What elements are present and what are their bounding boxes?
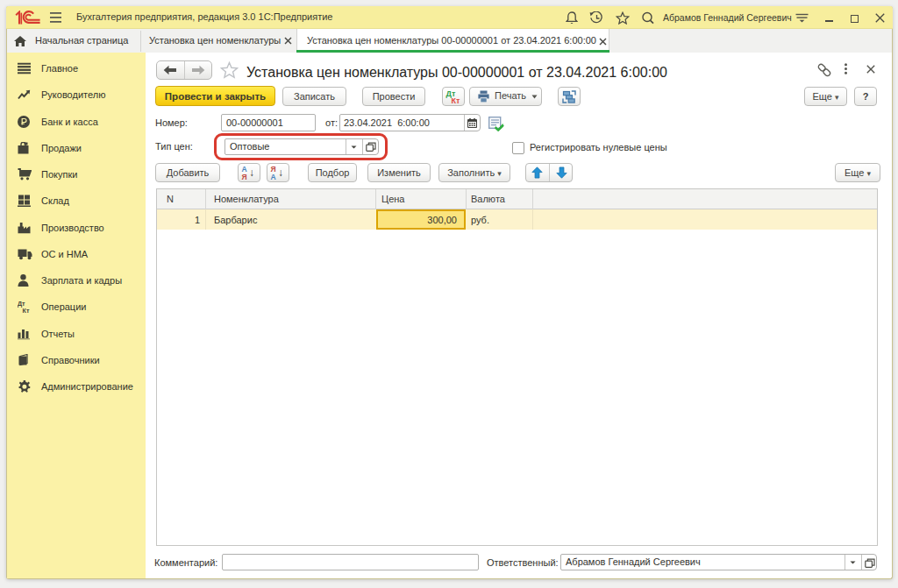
svg-text:Кт: Кт [23,307,30,314]
